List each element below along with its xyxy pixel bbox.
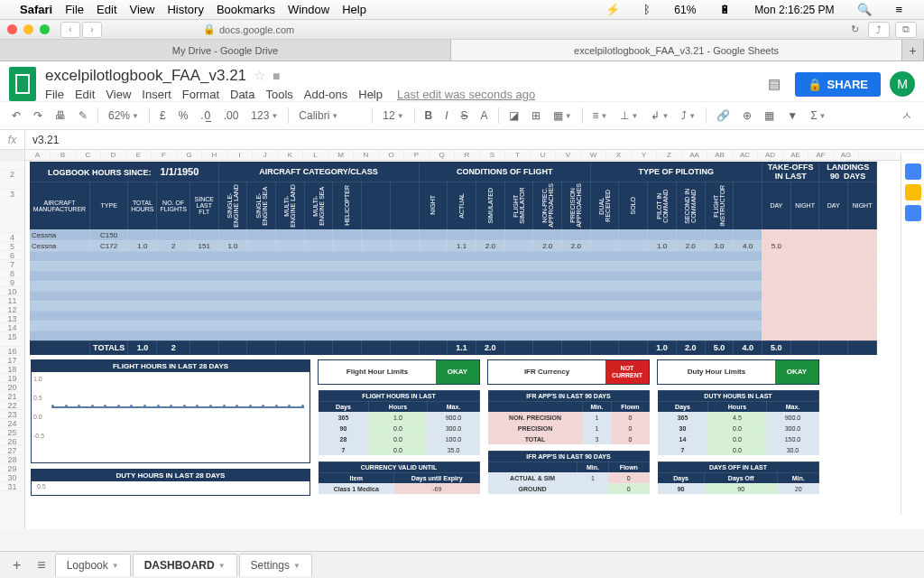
browser-tabs: My Drive - Google Drive excelpilotlogboo…: [0, 40, 924, 61]
safari-toolbar: ‹ › 🔒docs.google.com ↻ ⤴ ⧉: [0, 20, 924, 40]
sheets-menu-insert[interactable]: Insert: [142, 88, 171, 101]
ifr-apps-table: IFR APP'S IN LAST 90 DAYS Min.Flown NON.…: [487, 390, 650, 445]
add-sheet-button[interactable]: +: [5, 554, 28, 577]
borders-button[interactable]: ⊞: [527, 107, 545, 124]
maximize-window[interactable]: [40, 24, 50, 34]
sheets-header: excelpilotlogbook_FAA_v3.21 ☆ ■ File Edi…: [0, 61, 924, 101]
dec-decrease-button[interactable]: .0̲: [196, 107, 215, 124]
sheets-logo-icon[interactable]: [9, 67, 36, 101]
zoom-select[interactable]: 62% ▼: [104, 107, 143, 124]
calendar-icon[interactable]: [905, 163, 921, 180]
sheets-menu-addons[interactable]: Add-ons: [304, 88, 347, 101]
menu-history[interactable]: History: [167, 3, 203, 16]
sheet-tab-dashboard[interactable]: DASHBOARD ▼: [133, 554, 237, 576]
sheets-menu-file[interactable]: File: [45, 88, 64, 101]
bluetooth-icon[interactable]: ᛒ: [643, 3, 651, 16]
sheets-menu-view[interactable]: View: [106, 88, 131, 101]
font-size-select[interactable]: 12 ▼: [378, 107, 408, 124]
sheets-menu-data[interactable]: Data: [230, 88, 254, 101]
share-button[interactable]: 🔒 SHARE: [795, 72, 881, 97]
spotlight-icon[interactable]: 🔍: [857, 3, 872, 16]
redo-button[interactable]: ↷: [29, 107, 47, 124]
tasks-icon[interactable]: [905, 205, 921, 221]
last-edit-link[interactable]: Last edit was seconds ago: [397, 88, 535, 101]
spreadsheet-grid[interactable]: 2345678910111213141516171819202122232425…: [0, 150, 924, 529]
doc-title[interactable]: excelpilotlogbook_FAA_v3.21: [45, 67, 246, 85]
menu-help[interactable]: Help: [342, 3, 366, 16]
formula-input[interactable]: v3.21: [25, 134, 59, 146]
battery-icon[interactable]: 🔋︎: [719, 3, 731, 16]
sheets-menu-edit[interactable]: Edit: [75, 88, 95, 101]
keep-icon[interactable]: [905, 184, 921, 200]
duty-hours-chart: DUTY HOURS IN LAST 28 DAYS 0.5: [31, 469, 310, 496]
wifi-icon[interactable]: ⚡: [605, 3, 620, 16]
back-button[interactable]: ‹: [60, 22, 80, 38]
menu-window[interactable]: Window: [288, 3, 329, 16]
link-button[interactable]: 🔗: [712, 107, 735, 124]
sheets-menu-tools[interactable]: Tools: [265, 88, 292, 101]
comments-icon[interactable]: ▤: [762, 73, 786, 95]
tab-sheets[interactable]: excelpilotlogbook_FAA_v3.21 - Google She…: [451, 40, 902, 61]
print-button[interactable]: 🖶: [51, 107, 70, 124]
forward-button[interactable]: ›: [82, 22, 102, 38]
new-tab-button[interactable]: +: [902, 40, 924, 61]
account-avatar[interactable]: M: [890, 71, 915, 97]
chart-button[interactable]: ▦: [760, 107, 779, 124]
app-name[interactable]: Safari: [20, 3, 52, 16]
bold-button[interactable]: B: [420, 107, 438, 124]
sheet-tabs: + ≡ Logbook ▼ DASHBOARD ▼ Settings ▼: [0, 551, 924, 578]
undo-button[interactable]: ↶: [7, 107, 25, 124]
text-color-button[interactable]: A: [476, 107, 493, 124]
strike-button[interactable]: S: [457, 107, 473, 124]
currency-table: CURRENCY VALID UNTIL ItemDays until Expi…: [318, 461, 480, 495]
star-icon[interactable]: ☆: [254, 68, 265, 84]
filter-button[interactable]: ▼: [782, 107, 802, 124]
sheets-menu-help[interactable]: Help: [358, 88, 383, 101]
currency-button[interactable]: £: [155, 107, 171, 124]
duty-hour-limits-status: Duty Hour Limits OKAY: [657, 359, 819, 385]
italic-button[interactable]: I: [440, 107, 452, 124]
flight-hours-table: FLIGHT HOURS IN LAST DaysHoursMax. 3651.…: [318, 390, 480, 456]
all-sheets-button[interactable]: ≡: [30, 554, 52, 577]
folder-icon[interactable]: ■: [273, 69, 280, 83]
font-select[interactable]: Calibri ▼: [294, 107, 366, 124]
wrap-button[interactable]: ↲ ▼: [646, 107, 673, 124]
dec-increase-button[interactable]: .00: [219, 107, 244, 124]
days-off-table: DAYS OFF IN LAST DaysDays OffMin. 909020: [657, 461, 819, 495]
macos-menubar: Safari File Edit View History Bookmarks …: [0, 0, 924, 20]
address-bar[interactable]: 🔒docs.google.com ↻: [203, 21, 778, 39]
fill-color-button[interactable]: ◪: [504, 107, 523, 124]
tabs-icon[interactable]: ⧉: [895, 22, 917, 38]
close-window[interactable]: [7, 24, 17, 34]
menu-edit[interactable]: Edit: [97, 3, 116, 16]
sheet-tab-settings[interactable]: Settings ▼: [239, 554, 312, 576]
minimize-window[interactable]: [23, 24, 33, 34]
tab-drive[interactable]: My Drive - Google Drive: [0, 40, 451, 61]
duty-hours-table: DUTY HOURS IN LAST DaysHoursMax. 3654.59…: [657, 390, 819, 456]
flight-hour-limits-status: Flight Hour Limits OKAY: [318, 359, 480, 385]
column-headers[interactable]: ABCDEFGHIJKLMNOPQRSTUVWXYZAAABACADAEAFAG: [25, 150, 924, 161]
valign-button[interactable]: ⊥ ▼: [615, 107, 642, 124]
menu-icon[interactable]: ≡: [895, 3, 902, 16]
menu-file[interactable]: File: [65, 3, 84, 16]
ifr-apps-table-2: IFR APP'S IN LAST 90 DAYS Min.Flown ACTU…: [487, 451, 650, 495]
sheet-tab-logbook[interactable]: Logbook ▼: [55, 554, 131, 576]
row-headers[interactable]: 2345678910111213141516171819202122232425…: [0, 150, 25, 529]
functions-button[interactable]: Σ ▼: [806, 107, 830, 124]
ifr-currency-status: IFR Currency NOT CURRENT: [487, 359, 650, 385]
comment-button[interactable]: ⊕: [738, 107, 756, 124]
sheets-menu-format[interactable]: Format: [182, 88, 219, 101]
percent-button[interactable]: %: [174, 107, 193, 124]
menu-bookmarks[interactable]: Bookmarks: [217, 3, 275, 16]
clock[interactable]: Mon 2:16:25 PM: [754, 4, 834, 16]
menu-view[interactable]: View: [130, 3, 155, 16]
expand-toolbar[interactable]: ㅅ: [897, 107, 917, 126]
share-icon[interactable]: ⤴: [868, 22, 890, 38]
flight-hours-chart: FLIGHT HOURS IN LAST 28 DAYS 1.00.50.0-0…: [31, 359, 310, 463]
halign-button[interactable]: ≡ ▼: [588, 107, 613, 124]
side-panel: [901, 154, 924, 515]
paint-format-button[interactable]: ✎: [74, 107, 92, 124]
merge-button[interactable]: ▦ ▼: [549, 107, 577, 124]
rotate-button[interactable]: ⤴ ▼: [677, 107, 700, 124]
format-select[interactable]: 123 ▼: [246, 107, 282, 124]
